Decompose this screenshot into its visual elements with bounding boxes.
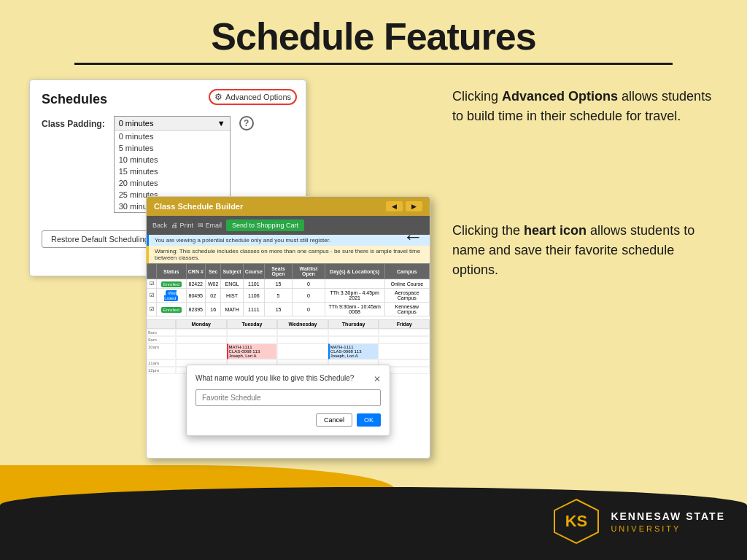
col-campus: Campus [384,264,429,279]
cell-status: Enrolled [157,279,187,289]
ksu-emblem-icon: KS [551,496,602,547]
warning-text: Warning: This schedule includes classes … [155,248,420,261]
thursday-header: Thursday [328,319,379,329]
time-label: 10am [147,343,176,359]
cell-seats: 15 [264,303,292,316]
wednesday-header: Wednesday [277,319,328,329]
fri-9 [379,336,430,343]
cell-campus: Online Course [384,279,429,289]
cell-check: ☑ [147,289,157,303]
favorite-schedule-input[interactable] [196,389,381,406]
title-underline [74,63,673,65]
page-title: Schedule Features [29,7,718,58]
arrow-icon: ← [403,225,423,249]
builder-header: Class Schedule Builder ◀ ▶ [147,197,430,216]
right-text-area: Clicking Advanced Options allows student… [452,79,718,280]
thu-9 [328,336,379,343]
cell-section: W02 [206,279,221,289]
builder-panel: Class Schedule Builder ◀ ▶ Back 🖨 Print … [146,196,430,459]
col-status: Status [157,264,187,279]
cell-subject: ENGL [221,279,243,289]
modal-ok-button[interactable]: OK [357,413,381,427]
ksu-text-area: KENNESAW STATE UNIVERSITY [611,510,725,533]
back-link[interactable]: Back [152,222,167,229]
text2-bold: heart icon [524,223,587,238]
cell-section: 02 [206,289,221,303]
col-course: Course [243,264,264,279]
cell-section: 16 [206,303,221,316]
wed-10 [277,343,328,359]
builder-warning-bar: Warning: This schedule includes classes … [147,246,430,263]
thu-10-math: MATH-1111CLAS-0068 113Joseph, Lori A [328,343,379,359]
svg-text:KS: KS [565,512,588,530]
prev-button[interactable]: ◀ [386,201,403,211]
cell-course: 1106 [243,289,264,303]
cell-seats: 5 [264,289,292,303]
mon-10 [176,343,227,359]
option-5min[interactable]: 5 minutes [115,142,230,154]
time-label: 9am [147,336,176,343]
cell-crn: 82422 [186,279,205,289]
modal-title: What name would you like to give this Sc… [196,374,381,382]
col-days: Day(s) & Location(s) [325,264,384,279]
cell-subject: MATH [221,303,243,316]
fri-8 [379,329,430,336]
advanced-options-label: Advanced Options [225,93,291,101]
time-label: 11am [147,359,176,367]
time-label: 8am [147,329,176,336]
selected-option: 0 minutes [119,119,154,128]
cell-waitlist: 0 [293,303,325,316]
tue-10-math: MATH-1111CLAS-0068 113Joseph, Lori A [227,343,278,359]
dropdown-arrow-icon: ▼ [217,119,225,128]
friday-header: Friday [379,319,430,329]
tue-8 [227,329,278,336]
option-0min[interactable]: 0 minutes [115,131,230,142]
dropdown-selected[interactable]: 0 minutes ▼ [115,117,230,131]
cell-days: TTh 3:30pm - 4:45pm 2021 [325,289,384,303]
option-20min[interactable]: 20 minutes [115,177,230,189]
cell-days [325,279,384,289]
next-button[interactable]: ▶ [406,201,422,211]
main-layout: Schedules ⚙ Advanced Options Class Paddi… [29,79,718,459]
text-block-2: Clicking the heart icon allows students … [452,221,718,280]
cell-subject: HIST [221,289,243,303]
print-link[interactable]: 🖨 Print [171,222,193,229]
table-row: ☑ Wait Listed 80495 02 HIST 1106 5 0 TTh… [147,289,430,303]
cell-status: Wait Listed [157,289,187,303]
cell-days: TTh 9:30am - 10:45am 0068 [325,303,384,316]
gear-icon: ⚙ [214,92,222,102]
tuesday-header: Tuesday [227,319,278,329]
table-row: ☑ Enrolled 82395 16 MATH 1111 15 0 TTh 9… [147,303,430,316]
ksu-logo: KS KENNESAW STATE UNIVERSITY [551,496,725,547]
time-slot-9am: 9am [147,336,430,343]
table-row: ☑ Enrolled 82422 W02 ENGL 1101 15 0 Onli… [147,279,430,289]
class-padding-label: Class Padding: [42,116,105,129]
cell-seats: 15 [264,279,292,289]
modal-close-button[interactable]: ✕ [374,374,381,384]
cell-campus: Aerospace Campus [384,289,429,303]
cell-crn: 82395 [186,303,205,316]
modal-cancel-button[interactable]: Cancel [316,413,352,427]
text1-prefix: Clicking [452,89,502,104]
wed-9 [277,336,328,343]
screenshots-area: Schedules ⚙ Advanced Options Class Paddi… [29,79,438,459]
cell-status: Enrolled [157,303,187,316]
cell-course: 1111 [243,303,264,316]
cell-check: ☑ [147,279,157,289]
col-subject: Subject [221,264,243,279]
advanced-options-badge[interactable]: ⚙ Advanced Options [209,89,297,105]
cell-check: ☑ [147,303,157,316]
email-link[interactable]: ✉ Email [198,222,222,229]
col-crn: CRN # [186,264,205,279]
modal-buttons: Cancel OK [196,413,381,427]
option-10min[interactable]: 10 minutes [115,154,230,166]
cell-crn: 80495 [186,289,205,303]
send-to-cart-button[interactable]: Send to Shopping Cart [226,219,304,231]
thu-8 [328,329,379,336]
option-15min[interactable]: 15 minutes [115,166,230,177]
time-label: 12pm [147,367,176,374]
text1-bold: Advanced Options [502,89,618,104]
schedule-table: Status CRN # Sec Subject Course Seats Op… [147,263,430,316]
col-waitlist: Waitlist Open [293,264,325,279]
help-icon[interactable]: ? [239,116,254,131]
